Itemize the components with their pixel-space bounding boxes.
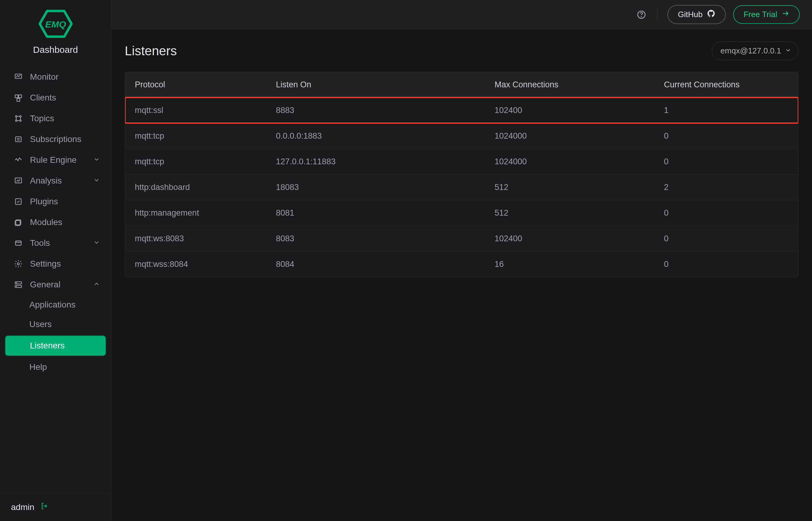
node-selector[interactable]: emqx@127.0.0.1 (712, 42, 798, 60)
col-listen-on: Listen On (275, 72, 493, 97)
rule-engine-icon (14, 155, 23, 165)
sidebar-item-modules[interactable]: Modules (0, 212, 111, 233)
sidebar-item-settings[interactable]: Settings (0, 253, 111, 274)
sidebar-item-label: Analysis (30, 176, 62, 186)
table-cell: mqtt:tcp (134, 123, 275, 149)
chevron-down-icon (93, 155, 100, 165)
sidebar-item-monitor[interactable]: Monitor (0, 67, 111, 87)
table-cell: 0 (663, 252, 790, 277)
table-row[interactable]: mqtt:tcp0.0.0.0:188310240000 (125, 123, 798, 149)
table-row[interactable]: http:management80815120 (125, 200, 798, 226)
analysis-icon (14, 176, 23, 186)
col-current-connections: Current Connections (663, 72, 790, 97)
free-trial-label: Free Trial (744, 10, 777, 19)
sidebar-sub-users[interactable]: Users (0, 315, 111, 334)
github-icon (707, 9, 715, 20)
node-selected-value: emqx@127.0.0.1 (721, 46, 781, 55)
sidebar-sub-label: Users (29, 319, 52, 329)
topbar: GitHub Free Trial (111, 0, 812, 29)
svg-text:EMQ: EMQ (45, 19, 66, 29)
svg-point-23 (17, 263, 20, 265)
svg-point-9 (20, 120, 21, 121)
chevron-up-icon (93, 280, 100, 290)
table-row[interactable]: mqtt:ws:808380831024000 (125, 226, 798, 251)
table-cell: 8883 (275, 98, 493, 123)
sidebar-item-label: Topics (30, 114, 54, 123)
help-icon[interactable] (635, 8, 647, 21)
col-protocol: Protocol (134, 72, 275, 97)
arrow-right-icon (782, 9, 789, 20)
table-cell: 8084 (275, 252, 493, 277)
general-icon (14, 280, 23, 290)
table-row[interactable]: mqtt:wss:80848084160 (125, 251, 798, 277)
sidebar-sub-help[interactable]: Help (0, 357, 111, 377)
sidebar-sub-applications[interactable]: Applications (0, 295, 111, 315)
svg-rect-14 (16, 137, 21, 142)
svg-point-7 (20, 116, 21, 117)
svg-point-26 (16, 282, 17, 283)
table-cell: mqtt:wss:8084 (134, 252, 275, 277)
svg-point-6 (16, 116, 17, 117)
table-cell: 1024000 (493, 149, 663, 174)
plugins-icon (14, 197, 23, 206)
sidebar-item-analysis[interactable]: Analysis (0, 171, 111, 191)
table-cell: 512 (493, 200, 663, 226)
tools-icon (14, 238, 23, 248)
modules-icon (14, 218, 23, 227)
sidebar-sub-label: Applications (29, 300, 76, 309)
table-row[interactable]: mqtt:ssl88831024001 (125, 97, 798, 123)
table-cell: mqtt:ssl (134, 98, 275, 123)
logout-icon[interactable] (40, 502, 49, 513)
sidebar-item-subscriptions[interactable]: Subscriptions (0, 129, 111, 150)
sidebar-item-topics[interactable]: Topics (0, 108, 111, 129)
table-header: Protocol Listen On Max Connections Curre… (125, 72, 798, 97)
table-row[interactable]: mqtt:tcp127.0.0.1:1188310240000 (125, 149, 798, 174)
sidebar-item-general[interactable]: General (0, 274, 111, 295)
sidebar-item-label: Settings (30, 259, 61, 269)
table-cell: 0 (663, 123, 790, 149)
username: admin (11, 502, 34, 512)
chevron-down-icon (785, 46, 792, 55)
table-row[interactable]: http:dashboard180835122 (125, 174, 798, 200)
sidebar-item-rule-engine[interactable]: Rule Engine (0, 150, 111, 171)
listeners-table: Protocol Listen On Max Connections Curre… (125, 72, 798, 277)
page-header: Listeners emqx@127.0.0.1 (125, 42, 798, 60)
table-cell: http:dashboard (134, 175, 275, 200)
logo-section: EMQ Dashboard (0, 0, 111, 61)
table-cell: 1 (663, 98, 790, 123)
svg-point-30 (641, 17, 642, 17)
table-cell: 102400 (493, 226, 663, 251)
table-cell: 127.0.0.1:11883 (275, 149, 493, 174)
svg-point-8 (16, 120, 17, 121)
chevron-down-icon (93, 176, 100, 186)
sidebar-nav: Monitor Clients Topics Subscriptions (0, 61, 111, 493)
svg-point-27 (16, 286, 17, 287)
sidebar-item-label: Rule Engine (30, 155, 77, 165)
sidebar-sub-label: Help (29, 362, 47, 372)
table-cell: 16 (493, 252, 663, 277)
free-trial-button[interactable]: Free Trial (733, 5, 800, 24)
svg-rect-21 (16, 241, 21, 245)
monitor-icon (14, 72, 23, 82)
sidebar-sub-listeners[interactable]: Listeners (5, 336, 105, 356)
github-label: GitHub (678, 10, 703, 19)
sidebar-item-label: Modules (30, 218, 62, 227)
table-cell: 0 (663, 149, 790, 174)
table-cell: 0.0.0.0:1883 (275, 123, 493, 149)
sidebar-item-tools[interactable]: Tools (0, 233, 111, 253)
table-cell: 0 (663, 226, 790, 251)
sidebar-item-clients[interactable]: Clients (0, 87, 111, 108)
sidebar: EMQ Dashboard Monitor Clients (0, 0, 111, 521)
table-cell: mqtt:tcp (134, 149, 275, 174)
sidebar-item-label: Tools (30, 238, 50, 248)
table-cell: 102400 (493, 98, 663, 123)
sidebar-item-label: Clients (30, 93, 56, 103)
table-cell: 2 (663, 175, 790, 200)
clients-icon (14, 93, 23, 103)
table-cell: mqtt:ws:8083 (134, 226, 275, 251)
table-cell: 8081 (275, 200, 493, 226)
sidebar-item-label: Plugins (30, 197, 58, 206)
github-button[interactable]: GitHub (667, 5, 726, 24)
settings-icon (14, 259, 23, 269)
sidebar-item-plugins[interactable]: Plugins (0, 191, 111, 212)
